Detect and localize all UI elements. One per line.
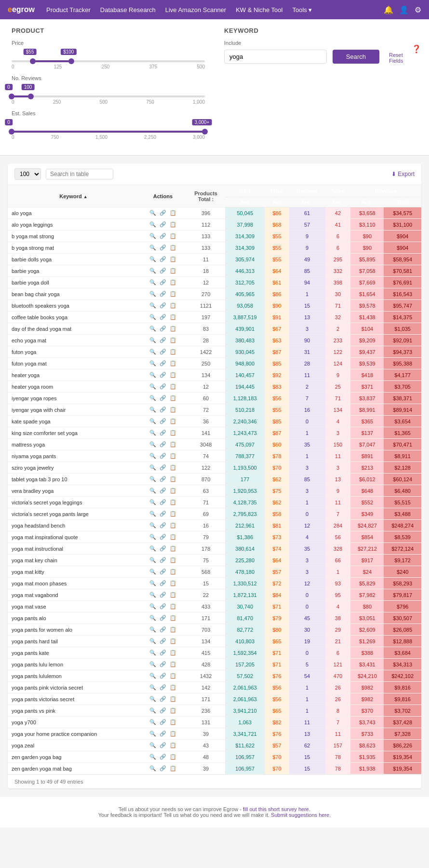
search-action-icon[interactable]: 🔍 (149, 615, 156, 621)
link-action-icon[interactable]: 🔗 (160, 742, 166, 748)
copy-action-icon[interactable]: 📋 (170, 638, 176, 644)
copy-action-icon[interactable]: 📋 (170, 302, 176, 308)
copy-action-icon[interactable]: 📋 (170, 464, 176, 470)
copy-action-icon[interactable]: 📋 (170, 545, 176, 551)
export-button[interactable]: ⬇ Export (391, 171, 415, 177)
copy-action-icon[interactable]: 📋 (170, 522, 176, 528)
search-action-icon[interactable]: 🔍 (149, 372, 156, 378)
copy-action-icon[interactable]: 📋 (170, 360, 176, 366)
link-action-icon[interactable]: 🔗 (160, 638, 166, 644)
search-action-icon[interactable]: 🔍 (149, 765, 156, 771)
copy-action-icon[interactable]: 📋 (170, 233, 176, 239)
search-action-icon[interactable]: 🔍 (149, 441, 156, 447)
link-action-icon[interactable]: 🔗 (160, 696, 166, 702)
search-action-icon[interactable]: 🔍 (149, 407, 156, 412)
link-action-icon[interactable]: 🔗 (160, 326, 166, 331)
link-action-icon[interactable]: 🔗 (160, 499, 166, 505)
link-action-icon[interactable]: 🔗 (160, 395, 166, 401)
search-action-icon[interactable]: 🔍 (149, 661, 156, 667)
copy-action-icon[interactable]: 📋 (170, 592, 176, 597)
link-action-icon[interactable]: 🔗 (160, 337, 166, 343)
link-action-icon[interactable]: 🔗 (160, 453, 166, 459)
nav-database-research[interactable]: Database Research (100, 6, 156, 14)
price-slider-right[interactable]: $100 (68, 58, 74, 64)
link-action-icon[interactable]: 🔗 (160, 372, 166, 378)
link-action-icon[interactable]: 🔗 (160, 233, 166, 239)
search-action-icon[interactable]: 🔍 (149, 360, 156, 366)
search-action-icon[interactable]: 🔍 (149, 569, 156, 574)
sales-slider-track[interactable]: 0 3,000+ (12, 131, 205, 133)
link-action-icon[interactable]: 🔗 (160, 731, 166, 736)
price-slider-left[interactable]: $55 (30, 58, 36, 64)
copy-action-icon[interactable]: 📋 (170, 326, 176, 331)
copy-action-icon[interactable]: 📋 (170, 569, 176, 574)
sales-slider-left[interactable]: 0 (9, 129, 14, 135)
link-action-icon[interactable]: 🔗 (160, 279, 166, 285)
settings-icon[interactable]: ⚙ (415, 5, 421, 14)
search-action-icon[interactable]: 🔍 (149, 221, 156, 227)
copy-action-icon[interactable]: 📋 (170, 244, 176, 250)
search-action-icon[interactable]: 🔍 (149, 707, 156, 713)
copy-action-icon[interactable]: 📋 (170, 511, 176, 516)
search-action-icon[interactable]: 🔍 (149, 430, 156, 435)
link-action-icon[interactable]: 🔗 (160, 522, 166, 528)
search-action-icon[interactable]: 🔍 (149, 534, 156, 540)
search-action-icon[interactable]: 🔍 (149, 592, 156, 597)
link-action-icon[interactable]: 🔗 (160, 418, 166, 424)
search-action-icon[interactable]: 🔍 (149, 499, 156, 505)
search-action-icon[interactable]: 🔍 (149, 337, 156, 343)
link-action-icon[interactable]: 🔗 (160, 580, 166, 586)
copy-action-icon[interactable]: 📋 (170, 395, 176, 401)
link-action-icon[interactable]: 🔗 (160, 407, 166, 412)
link-action-icon[interactable]: 🔗 (160, 661, 166, 667)
search-action-icon[interactable]: 🔍 (149, 476, 156, 482)
search-action-icon[interactable]: 🔍 (149, 731, 156, 736)
link-action-icon[interactable]: 🔗 (160, 569, 166, 574)
link-action-icon[interactable]: 🔗 (160, 673, 166, 678)
copy-action-icon[interactable]: 📋 (170, 314, 176, 320)
copy-action-icon[interactable]: 📋 (170, 534, 176, 540)
copy-action-icon[interactable]: 📋 (170, 696, 176, 702)
link-action-icon[interactable]: 🔗 (160, 349, 166, 354)
user-icon[interactable]: 👤 (399, 5, 409, 14)
copy-action-icon[interactable]: 📋 (170, 256, 176, 262)
nav-tools[interactable]: Tools ▾ (292, 6, 312, 14)
copy-action-icon[interactable]: 📋 (170, 707, 176, 713)
search-action-icon[interactable]: 🔍 (149, 256, 156, 262)
feedback-link[interactable]: Submit suggestions here. (271, 812, 331, 818)
search-action-icon[interactable]: 🔍 (149, 464, 156, 470)
search-action-icon[interactable]: 🔍 (149, 754, 156, 760)
link-action-icon[interactable]: 🔗 (160, 754, 166, 760)
search-action-icon[interactable]: 🔍 (149, 626, 156, 632)
link-action-icon[interactable]: 🔗 (160, 383, 166, 389)
link-action-icon[interactable]: 🔗 (160, 268, 166, 273)
copy-action-icon[interactable]: 📋 (170, 210, 176, 216)
link-action-icon[interactable]: 🔗 (160, 488, 166, 493)
search-action-icon[interactable]: 🔍 (149, 233, 156, 239)
link-action-icon[interactable]: 🔗 (160, 545, 166, 551)
copy-action-icon[interactable]: 📋 (170, 754, 176, 760)
nav-kw-niche-tool[interactable]: KW & Niche Tool (236, 6, 282, 14)
copy-action-icon[interactable]: 📋 (170, 221, 176, 227)
copy-action-icon[interactable]: 📋 (170, 615, 176, 621)
search-action-icon[interactable]: 🔍 (149, 210, 156, 216)
search-action-icon[interactable]: 🔍 (149, 383, 156, 389)
search-action-icon[interactable]: 🔍 (149, 314, 156, 320)
copy-action-icon[interactable]: 📋 (170, 742, 176, 748)
search-action-icon[interactable]: 🔍 (149, 684, 156, 690)
copy-action-icon[interactable]: 📋 (170, 476, 176, 482)
search-action-icon[interactable]: 🔍 (149, 291, 156, 297)
search-action-icon[interactable]: 🔍 (149, 268, 156, 273)
link-action-icon[interactable]: 🔗 (160, 360, 166, 366)
copy-action-icon[interactable]: 📋 (170, 349, 176, 354)
link-action-icon[interactable]: 🔗 (160, 603, 166, 609)
search-action-icon[interactable]: 🔍 (149, 326, 156, 331)
link-action-icon[interactable]: 🔗 (160, 291, 166, 297)
link-action-icon[interactable]: 🔗 (160, 464, 166, 470)
link-action-icon[interactable]: 🔗 (160, 302, 166, 308)
copy-action-icon[interactable]: 📋 (170, 603, 176, 609)
search-action-icon[interactable]: 🔍 (149, 279, 156, 285)
link-action-icon[interactable]: 🔗 (160, 511, 166, 516)
copy-action-icon[interactable]: 📋 (170, 407, 176, 412)
link-action-icon[interactable]: 🔗 (160, 430, 166, 435)
